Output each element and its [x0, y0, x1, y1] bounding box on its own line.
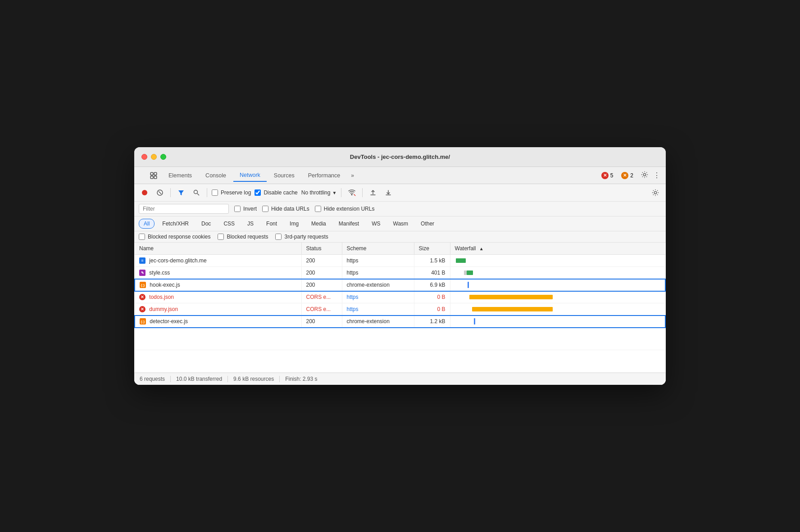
- table-row[interactable]: {;} hook-exec.js 200 chrome-extension 6.…: [135, 279, 665, 291]
- filter-js[interactable]: JS: [242, 219, 259, 229]
- table-header-row: Name Status Scheme Size Waterfall: [135, 243, 665, 255]
- tab-performance[interactable]: Performance: [302, 170, 347, 181]
- close-button[interactable]: [141, 154, 147, 160]
- upload-icon: [369, 189, 377, 196]
- settings-button[interactable]: [639, 169, 650, 182]
- filter-input[interactable]: [139, 204, 229, 214]
- hide-extension-urls-label[interactable]: Hide extension URLs: [315, 206, 375, 212]
- throttle-select[interactable]: No throttling ▼: [301, 189, 337, 196]
- svg-line-7: [159, 191, 161, 194]
- filter-all[interactable]: All: [139, 219, 155, 229]
- filter-wasm[interactable]: Wasm: [388, 219, 414, 229]
- download-button[interactable]: [382, 187, 394, 198]
- filter-ws[interactable]: WS: [367, 219, 385, 229]
- table-row[interactable]: ✕ todos.json CORS e... https 0 B: [135, 291, 665, 303]
- filter-doc[interactable]: Doc: [196, 219, 216, 229]
- hide-extension-urls-checkbox[interactable]: [315, 206, 321, 212]
- disable-cache-label[interactable]: Disable cache: [255, 189, 297, 196]
- record-icon: [141, 189, 148, 196]
- table-row-empty: [135, 350, 665, 373]
- error-x-icon: ✕: [139, 306, 145, 312]
- filter-img[interactable]: Img: [285, 219, 304, 229]
- divider-2: [207, 188, 207, 197]
- window-title: DevTools - jec-cors-demo.glitch.me/: [350, 153, 450, 160]
- filter-font[interactable]: Font: [261, 219, 282, 229]
- divider-3: [341, 188, 341, 197]
- header-status[interactable]: Status: [301, 243, 342, 255]
- blocked-requests-checkbox[interactable]: [218, 234, 224, 240]
- minimize-button[interactable]: [151, 154, 157, 160]
- waterfall-bar-blue: [474, 318, 475, 325]
- preserve-log-label[interactable]: Preserve log: [212, 189, 251, 196]
- disable-cache-checkbox[interactable]: [255, 189, 261, 196]
- record-button[interactable]: [139, 187, 150, 198]
- cell-size: 1.2 kB: [414, 316, 450, 328]
- tab-layers[interactable]: [146, 170, 161, 181]
- tab-sources[interactable]: Sources: [268, 170, 301, 181]
- more-button[interactable]: ⋮: [651, 169, 662, 181]
- tab-elements[interactable]: Elements: [162, 170, 198, 181]
- error-badge-2[interactable]: ✕ 2: [618, 171, 636, 180]
- header-waterfall[interactable]: Waterfall ▲: [450, 243, 665, 255]
- filter-other[interactable]: Other: [416, 219, 439, 229]
- filter-icon: [177, 189, 185, 196]
- cell-scheme: https: [342, 267, 414, 279]
- filter-media[interactable]: Media: [306, 219, 331, 229]
- tab-console[interactable]: Console: [199, 170, 232, 181]
- cell-waterfall: [450, 267, 665, 279]
- tab-more[interactable]: »: [347, 171, 358, 180]
- cell-name: ✕ todos.json: [135, 291, 301, 303]
- search-button[interactable]: [191, 187, 202, 198]
- devtools-body: Elements Console Network Sources Perform…: [134, 167, 666, 385]
- filter-button[interactable]: [175, 187, 187, 198]
- svg-point-12: [654, 191, 656, 194]
- tab-cursor[interactable]: [138, 174, 145, 177]
- tab-network[interactable]: Network: [233, 169, 267, 182]
- blocked-cookies-checkbox[interactable]: [139, 234, 145, 240]
- header-name[interactable]: Name: [135, 243, 301, 255]
- table-row[interactable]: ✕ dummy.json CORS e... https 0 B: [135, 303, 665, 316]
- invert-label[interactable]: Invert: [234, 206, 257, 212]
- layers-icon: [150, 171, 158, 180]
- svg-rect-3: [154, 176, 157, 179]
- third-party-label[interactable]: 3rd-party requests: [275, 234, 328, 240]
- third-party-checkbox[interactable]: [275, 234, 282, 240]
- maximize-button[interactable]: [160, 154, 166, 160]
- header-scheme[interactable]: Scheme: [342, 243, 414, 255]
- cell-scheme: chrome-extension: [342, 279, 414, 291]
- filter-css[interactable]: CSS: [218, 219, 240, 229]
- cell-size: 6.9 kB: [414, 279, 450, 291]
- network-table: Name Status Scheme Size Waterfall: [134, 243, 666, 373]
- cell-scheme: https: [342, 303, 414, 316]
- table-row[interactable]: ✎ style.css 200 https 401 B: [135, 267, 665, 279]
- table-row[interactable]: {;} detector-exec.js 200 chrome-extensio…: [135, 316, 665, 328]
- filter-manifest[interactable]: Manifest: [334, 219, 364, 229]
- cell-status: 200: [301, 279, 342, 291]
- invert-checkbox[interactable]: [234, 206, 241, 212]
- blocked-cookies-label[interactable]: Blocked response cookies: [139, 234, 210, 240]
- cell-size: 0 B: [414, 291, 450, 303]
- hide-data-urls-checkbox[interactable]: [262, 206, 268, 212]
- cell-waterfall: [450, 303, 665, 316]
- hide-data-urls-label[interactable]: Hide data URLs: [262, 206, 309, 212]
- download-icon: [385, 189, 392, 196]
- clear-button[interactable]: [154, 187, 166, 198]
- svg-point-10: [351, 194, 352, 195]
- blocked-requests-label[interactable]: Blocked requests: [218, 234, 268, 240]
- cell-status: 200: [301, 267, 342, 279]
- upload-button[interactable]: [367, 187, 379, 198]
- warning-icon: ✕: [621, 172, 628, 179]
- cell-name: {;} detector-exec.js: [135, 316, 301, 328]
- cell-status: CORS e...: [301, 291, 342, 303]
- cell-waterfall: [450, 255, 665, 267]
- header-size[interactable]: Size: [414, 243, 450, 255]
- error-badge-5[interactable]: ✕ 5: [599, 171, 616, 180]
- preserve-log-checkbox[interactable]: [212, 189, 218, 196]
- network-settings-button[interactable]: [650, 187, 661, 198]
- filter-fetch-xhr[interactable]: Fetch/XHR: [157, 219, 194, 229]
- css-file-icon: ✎: [139, 270, 145, 276]
- wifi-settings-button[interactable]: [346, 187, 358, 198]
- resources-size: 9.6 kB resources: [228, 376, 280, 382]
- search-icon: [193, 189, 200, 196]
- table-row[interactable]: ≡ jec-cors-demo.glitch.me 200 https 1.5 …: [135, 255, 665, 267]
